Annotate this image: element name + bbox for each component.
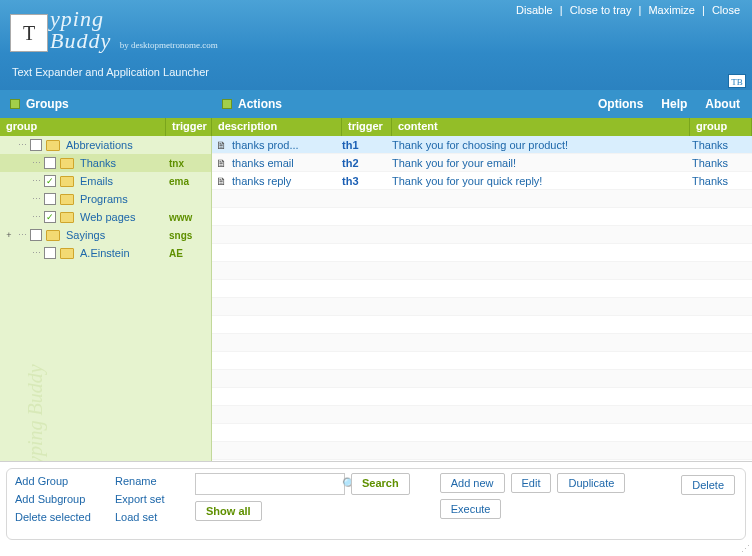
sep: | <box>702 4 705 16</box>
group-trigger: tnx <box>169 158 211 169</box>
title-bar: Disable | Close to tray | Maximize | Clo… <box>0 0 752 90</box>
empty-row <box>212 388 752 406</box>
groups-box-icon <box>10 99 20 109</box>
group-name: Thanks <box>80 157 169 169</box>
tree-connector-icon: ⋯ <box>28 158 44 168</box>
logo-icon: T <box>10 14 48 52</box>
bottom-panel: Add Group Add Subgroup Delete selected R… <box>0 462 752 546</box>
col-group[interactable]: group <box>0 118 166 136</box>
menu-options[interactable]: Options <box>598 97 643 111</box>
tree-connector-icon: ⋯ <box>28 212 44 222</box>
checkbox[interactable] <box>44 193 56 205</box>
close-tray-link[interactable]: Close to tray <box>570 4 632 16</box>
folder-icon <box>60 158 74 169</box>
col-description[interactable]: description <box>212 118 342 136</box>
action-description: thanks reply <box>230 175 342 187</box>
add-group-link[interactable]: Add Group <box>15 475 115 487</box>
empty-row <box>212 190 752 208</box>
col-trigger2[interactable]: trigger <box>342 118 392 136</box>
window-controls: Disable | Close to tray | Maximize | Clo… <box>514 4 742 16</box>
empty-row <box>212 334 752 352</box>
tree-item-abbreviations[interactable]: ⋯Abbreviations <box>0 136 211 154</box>
export-set-link[interactable]: Export set <box>115 493 185 505</box>
action-content: Thank you for your quick reply! <box>392 175 690 187</box>
groups-section-label: Groups <box>0 97 212 111</box>
empty-row <box>212 442 752 460</box>
tb-badge-icon: TB <box>728 74 746 88</box>
tree-connector-icon: ⋯ <box>14 140 30 150</box>
group-trigger: sngs <box>169 230 211 241</box>
col-content[interactable]: content <box>392 118 690 136</box>
edit-button[interactable]: Edit <box>511 473 552 493</box>
tree-item-a-einstein[interactable]: ⋯A.EinsteinAE <box>0 244 211 262</box>
tree-item-emails[interactable]: ⋯✓Emailsema <box>0 172 211 190</box>
actions-list: 🗎thanks prod...th1Thank you for choosing… <box>212 136 752 461</box>
col-trigger[interactable]: trigger <box>166 118 212 136</box>
empty-row <box>212 424 752 442</box>
actions-section-label: Actions <box>212 97 292 111</box>
col-group2[interactable]: group <box>690 118 752 136</box>
checkbox[interactable]: ✓ <box>44 175 56 187</box>
execute-button[interactable]: Execute <box>440 499 502 519</box>
checkbox[interactable] <box>30 139 42 151</box>
expander-icon[interactable]: + <box>4 230 14 240</box>
group-name: Web pages <box>80 211 169 223</box>
action-description: thanks prod... <box>230 139 342 151</box>
action-trigger: th3 <box>342 175 392 187</box>
action-row[interactable]: 🗎thanks replyth3Thank you for your quick… <box>212 172 752 190</box>
empty-row <box>212 298 752 316</box>
show-all-button[interactable]: Show all <box>195 501 262 521</box>
group-trigger: AE <box>169 248 211 259</box>
empty-row <box>212 226 752 244</box>
logo: T yping Buddy by desktopmetronome.com <box>10 8 218 52</box>
folder-icon <box>60 176 74 187</box>
tree-item-thanks[interactable]: ⋯Thankstnx <box>0 154 211 172</box>
folder-icon <box>46 140 60 151</box>
action-row[interactable]: 🗎thanks prod...th1Thank you for choosing… <box>212 136 752 154</box>
doc-icon: 🗎 <box>212 175 230 187</box>
action-row[interactable]: 🗎thanks emailth2Thank you for your email… <box>212 154 752 172</box>
column-headers: group trigger description trigger conten… <box>0 118 752 136</box>
add-new-button[interactable]: Add new <box>440 473 505 493</box>
app-title-2: Buddy <box>50 30 111 52</box>
folder-icon <box>60 248 74 259</box>
menu-bar: Groups Actions Options Help About <box>0 90 752 118</box>
search-button[interactable]: Search <box>351 473 410 495</box>
maximize-link[interactable]: Maximize <box>648 4 694 16</box>
tree-item-web-pages[interactable]: ⋯✓Web pageswww <box>0 208 211 226</box>
checkbox[interactable]: ✓ <box>44 211 56 223</box>
empty-row <box>212 352 752 370</box>
rename-link[interactable]: Rename <box>115 475 185 487</box>
resize-grip-icon[interactable]: ⋰ <box>741 544 750 554</box>
action-group: Thanks <box>690 139 752 151</box>
folder-icon <box>46 230 60 241</box>
app-title-1: yping <box>50 8 104 30</box>
delete-button[interactable]: Delete <box>681 475 735 495</box>
group-name: Programs <box>80 193 169 205</box>
action-group: Thanks <box>690 175 752 187</box>
tree-item-programs[interactable]: ⋯Programs <box>0 190 211 208</box>
checkbox[interactable] <box>44 247 56 259</box>
checkbox[interactable] <box>30 229 42 241</box>
menu-about[interactable]: About <box>705 97 740 111</box>
delete-selected-link[interactable]: Delete selected <box>15 511 115 523</box>
checkbox[interactable] <box>44 157 56 169</box>
duplicate-button[interactable]: Duplicate <box>557 473 625 493</box>
subtitle: Text Expander and Application Launcher <box>12 66 209 78</box>
action-trigger: th2 <box>342 157 392 169</box>
empty-row <box>212 262 752 280</box>
empty-row <box>212 244 752 262</box>
load-set-link[interactable]: Load set <box>115 511 185 523</box>
tree-connector-icon: ⋯ <box>28 176 44 186</box>
action-content: Thank you for choosing our product! <box>392 139 690 151</box>
watermark: Typing Buddy <box>24 364 47 461</box>
empty-row <box>212 370 752 388</box>
empty-row <box>212 208 752 226</box>
search-input[interactable] <box>196 478 342 490</box>
tree-connector-icon: ⋯ <box>28 248 44 258</box>
disable-link[interactable]: Disable <box>516 4 553 16</box>
add-subgroup-link[interactable]: Add Subgroup <box>15 493 115 505</box>
tree-item-sayings[interactable]: +⋯Sayingssngs <box>0 226 211 244</box>
menu-help[interactable]: Help <box>661 97 687 111</box>
close-link[interactable]: Close <box>712 4 740 16</box>
